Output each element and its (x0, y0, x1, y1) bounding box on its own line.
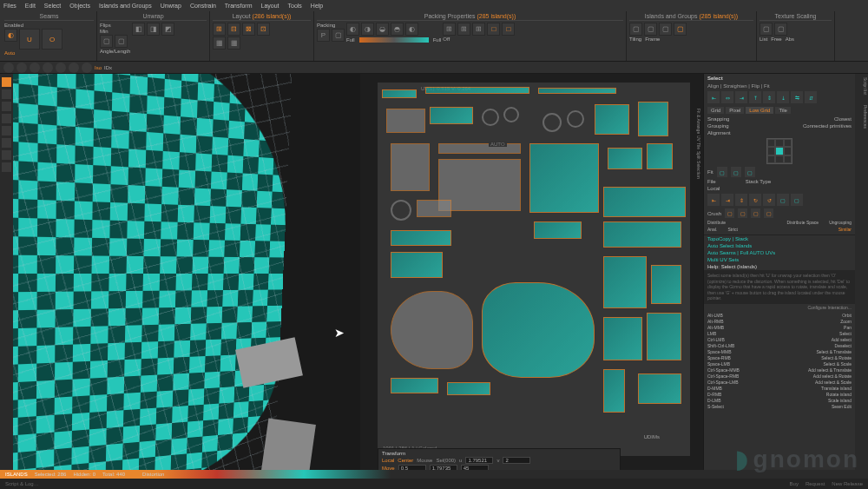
ig-btn-2[interactable]: ▢ (644, 23, 657, 36)
ts-tool-5[interactable] (56, 63, 66, 73)
uv-shell[interactable] (651, 265, 681, 304)
config-link[interactable]: Configure Interaction... (704, 304, 855, 311)
align-bc[interactable] (775, 155, 783, 163)
menu-select[interactable]: Select (44, 3, 61, 9)
buy-link[interactable]: Buy (790, 481, 799, 486)
fit-btn-1[interactable]: ▢ (717, 167, 727, 177)
rp-tab-tile[interactable]: Tile (775, 107, 790, 114)
packing-gradient[interactable] (359, 37, 429, 43)
lt-mode-3[interactable] (2, 102, 11, 111)
uv-shell[interactable] (638, 102, 668, 136)
link-help[interactable]: Help: Select (Islands) (704, 263, 855, 270)
uv-shell[interactable] (391, 143, 430, 191)
menu-help[interactable]: Help (311, 3, 323, 9)
menu-transform[interactable]: Transform (225, 3, 253, 9)
uv-shell[interactable] (603, 256, 647, 308)
uv-shell[interactable] (482, 109, 499, 126)
align-left-icon[interactable]: ⇤ (707, 91, 720, 103)
dist-icon-1[interactable]: ⇤ (707, 194, 720, 206)
unwrap-btn-5[interactable]: ◩ (161, 23, 174, 36)
ts-tool-4[interactable] (43, 63, 53, 73)
layout-btn-5[interactable]: ▦ (213, 36, 226, 50)
unwrap-btn-2[interactable]: ▢ (115, 35, 128, 48)
pack-opt-2[interactable]: ◑ (361, 23, 374, 36)
packing-btn-1[interactable]: P (317, 29, 330, 42)
align-ml[interactable] (767, 147, 775, 155)
pack-opt-5[interactable]: ◐ (405, 23, 418, 36)
ig-btn-3[interactable]: ▢ (659, 23, 672, 36)
rp-anal-label[interactable]: Anal. (707, 227, 717, 232)
layout-btn-2[interactable]: ⊟ (227, 23, 240, 36)
tp-u-field[interactable] (465, 457, 493, 464)
link-autoseams[interactable]: Auto Seams | Full AUTO UVs (704, 249, 855, 256)
vtab-uvtile[interactable]: UV Tile (691, 135, 701, 149)
crush-btn-4[interactable]: ▢ (764, 208, 773, 218)
align-tl[interactable] (767, 139, 775, 147)
uv-shell[interactable] (391, 230, 451, 246)
uv-shell[interactable] (391, 252, 443, 278)
script-log-button[interactable]: Script & Log… (5, 481, 39, 486)
pack-outline-2[interactable]: □ (502, 23, 515, 36)
ig-btn-1[interactable]: ▢ (629, 23, 642, 36)
align-mr[interactable] (784, 147, 792, 155)
dist-icon-7[interactable]: ▢ (791, 194, 803, 206)
uv-shell[interactable] (425, 87, 529, 94)
lt-mode-5[interactable] (2, 126, 11, 135)
link-topocopy[interactable]: TopoCopy | Stack (704, 235, 855, 242)
ts-btn-2[interactable]: ▢ (774, 23, 787, 36)
uv-shell[interactable] (430, 107, 473, 124)
ts-iso-label[interactable]: Iso (95, 65, 102, 70)
fit-btn-3[interactable]: ▢ (745, 167, 755, 177)
tp-center[interactable]: Center (398, 458, 413, 463)
dist-icon-6[interactable]: ▢ (777, 194, 789, 206)
uv-shell[interactable] (529, 143, 599, 213)
ts-btn-1[interactable]: ▢ (760, 23, 773, 36)
vtab-fit[interactable]: Fit & Arrange (691, 109, 701, 134)
dist-icon-3[interactable]: ⇕ (735, 194, 747, 206)
ts-tool-3[interactable] (30, 63, 40, 73)
pack-opt-1[interactable]: ◐ (346, 23, 359, 36)
uv-shell[interactable] (647, 313, 681, 360)
uv-shell[interactable] (447, 382, 490, 395)
ts-tool-1[interactable] (3, 63, 14, 73)
pack-opt-4[interactable]: ◓ (391, 23, 404, 36)
uv-shell[interactable] (638, 373, 681, 404)
request-link[interactable]: Request (806, 481, 825, 486)
layout-btn-6[interactable]: ▦ (227, 36, 240, 50)
ts-idx-label[interactable]: IDx (104, 65, 112, 70)
lt-mode-4[interactable] (2, 114, 11, 123)
align-center-icon[interactable]: ⇔ (721, 91, 733, 103)
uv-shell[interactable] (391, 378, 438, 393)
align-top-icon[interactable]: ⤒ (749, 91, 761, 103)
unwrap-btn-1[interactable]: ▢ (100, 35, 113, 48)
flip-h-icon[interactable]: ⇋ (791, 91, 803, 103)
uv-shell[interactable] (567, 110, 584, 128)
uv-shell[interactable] (382, 89, 417, 98)
ig-btn-4[interactable]: ▢ (674, 23, 687, 36)
tp-mouse[interactable]: Mouse (417, 458, 432, 463)
tp-local[interactable]: Local (382, 458, 394, 463)
layout-btn-3[interactable]: ⊠ (242, 23, 255, 36)
align-tc[interactable] (775, 139, 783, 147)
align-bl[interactable] (767, 155, 775, 163)
fit-btn-2[interactable]: ▢ (731, 167, 741, 177)
align-tr[interactable] (784, 139, 792, 147)
unwrap-btn-3[interactable]: ◧ (132, 23, 145, 36)
seams-u-button[interactable]: U (19, 29, 40, 50)
ts-tool-6[interactable] (69, 63, 79, 73)
lt-mode-8[interactable] (2, 162, 11, 172)
uv-shell[interactable] (391, 291, 473, 369)
rp-tab-grid[interactable]: Grid (707, 107, 724, 114)
tp-v-field[interactable] (503, 457, 530, 464)
pack-outline-1[interactable]: □ (487, 23, 500, 36)
release-link[interactable]: New Release (832, 481, 863, 486)
lt-mode-6[interactable] (2, 138, 11, 148)
uv-shell[interactable] (603, 317, 642, 360)
lt-mode-7[interactable] (2, 150, 11, 160)
uv-shell[interactable] (538, 88, 616, 94)
rp-snapping-value[interactable]: Closest (834, 116, 852, 122)
link-multiuv[interactable]: Multi UV Sets (704, 256, 855, 263)
crush-btn-2[interactable]: ▢ (738, 208, 747, 218)
seams-btn-1[interactable]: ◐ (4, 29, 17, 42)
rtab-script[interactable]: Script list (855, 76, 868, 96)
